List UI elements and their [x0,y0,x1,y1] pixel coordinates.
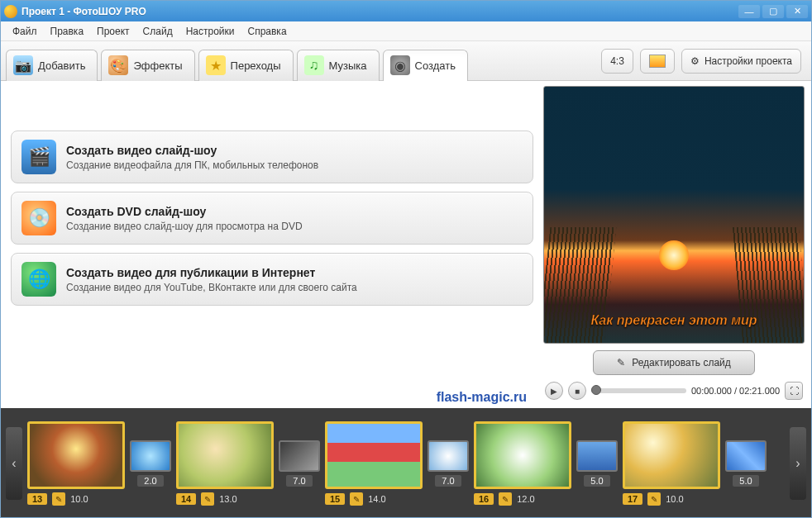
video-icon: 🎬 [21,140,56,174]
tab-effects-label: Эффекты [133,59,182,72]
palette-icon: 🎨 [108,55,128,75]
pencil-icon: ✎ [617,357,625,368]
preview-canvas[interactable]: Как прекрасен этот мир [543,86,805,344]
slide-duration: 14.0 [368,494,385,504]
card-create-dvd[interactable]: 💿 Создать DVD слайд-шоу Создание видео с… [11,192,533,245]
swatch-icon [649,55,666,68]
minimize-button[interactable]: — [738,5,760,18]
card-create-web[interactable]: 🌐 Создать видео для публикации в Интерне… [11,253,533,306]
transition-3: 7.0 [427,440,469,487]
globe-icon: 🌐 [21,262,56,297]
transition-duration: 7.0 [286,475,312,487]
tab-create-label: Создать [415,59,456,72]
transition-thumb[interactable] [279,440,320,472]
tab-effects[interactable]: 🎨Эффекты [101,50,194,81]
pencil-icon[interactable]: ✎ [647,492,661,506]
edit-slide-button[interactable]: ✎ Редактировать слайд [593,350,755,375]
timeline-prev[interactable]: ‹ [6,427,22,500]
slide-thumb[interactable] [623,421,720,489]
menubar: Файл Правка Проект Слайд Настройки Справ… [1,21,811,41]
transition-4: 5.0 [576,440,618,487]
watermark: flash-magic.ru [437,390,527,405]
titlebar: Проект 1 - ФотоШОУ PRO — ▢ ✕ [1,1,811,21]
menu-project[interactable]: Проект [92,23,135,40]
menu-file[interactable]: Файл [7,23,42,40]
reel-icon: ◉ [390,55,410,75]
pencil-icon[interactable]: ✎ [499,492,512,506]
transition-thumb[interactable] [576,440,618,472]
card-web-title: Создать видео для публикации в Интернет [66,266,357,279]
stop-button[interactable]: ■ [568,382,586,400]
slide-number: 15 [325,493,345,505]
tab-add[interactable]: 📷Добавить [6,50,98,81]
tab-create[interactable]: ◉Создать [383,50,468,81]
transition-2: 7.0 [279,440,320,487]
slide-duration: 10.0 [666,494,683,504]
menu-settings[interactable]: Настройки [181,23,240,40]
tab-transitions[interactable]: ★Переходы [198,50,294,81]
menu-edit[interactable]: Правка [45,23,89,40]
time-display: 00:00.000 / 02:21.000 [691,386,780,396]
transition-duration: 7.0 [435,475,461,487]
app-icon [4,5,17,18]
slide-thumb[interactable] [176,421,274,489]
card-dvd-title: Создать DVD слайд-шоу [66,205,303,218]
create-panel: 🎬 Создать видео слайд-шоу Создание видео… [1,81,543,408]
card-video-desc: Создание видеофайла для ПК, мобильных те… [66,159,318,171]
star-icon: ★ [206,55,226,75]
card-web-desc: Создание видео для YouTube, ВКонтакте ил… [66,282,357,293]
menu-help[interactable]: Справка [242,23,291,40]
card-video-title: Создать видео слайд-шоу [66,144,318,157]
transition-thumb[interactable] [130,440,171,472]
disc-icon: 💿 [21,201,56,235]
tab-transitions-label: Переходы [231,59,281,72]
maximize-button[interactable]: ▢ [762,5,784,18]
transition-thumb[interactable] [725,440,767,472]
sun-graphic [659,240,689,270]
transition-1: 2.0 [130,440,171,487]
slide-number: 13 [27,493,47,505]
seek-knob[interactable] [591,385,601,395]
slide-number: 16 [474,493,494,505]
transition-duration: 2.0 [137,475,163,487]
timeline: ‹ 13✎10.0 2.0 14✎13.0 7.0 15✎14.0 7.0 16… [1,408,811,518]
slide-13: 13✎10.0 [27,421,125,506]
slide-thumb[interactable] [27,421,125,489]
play-button[interactable]: ▶ [545,382,563,400]
slide-duration: 13.0 [219,494,236,504]
slide-15: 15✎14.0 [325,421,423,506]
transition-thumb[interactable] [427,440,469,472]
edit-slide-label: Редактировать слайд [632,357,731,368]
timeline-strip: 13✎10.0 2.0 14✎13.0 7.0 15✎14.0 7.0 16✎1… [27,421,785,506]
timeline-next[interactable]: › [790,427,806,500]
slide-duration: 12.0 [517,494,534,504]
close-button[interactable]: ✕ [786,5,808,18]
card-create-video[interactable]: 🎬 Создать видео слайд-шоу Создание видео… [11,131,533,183]
window-title: Проект 1 - ФотоШОУ PRO [21,6,736,17]
slide-duration: 10.0 [70,494,88,504]
slide-thumb[interactable] [474,421,571,489]
slide-number: 14 [176,493,196,505]
tab-music[interactable]: ♫Музыка [297,50,380,81]
menu-slide[interactable]: Слайд [138,23,178,40]
slide-thumb[interactable] [325,421,423,489]
slide-17: 17✎10.0 [623,421,720,506]
background-button[interactable] [640,49,675,74]
seek-track[interactable] [591,388,686,393]
project-settings-label: Настройки проекта [705,55,792,67]
transition-duration: 5.0 [733,475,758,487]
fullscreen-button[interactable]: ⛶ [785,382,803,400]
aspect-ratio-button[interactable]: 4:3 [601,49,633,74]
pencil-icon[interactable]: ✎ [350,492,363,506]
pencil-icon[interactable]: ✎ [201,492,214,506]
music-icon: ♫ [304,55,324,75]
project-settings-button[interactable]: ⚙Настройки проекта [681,49,801,74]
slide-14: 14✎13.0 [176,421,274,506]
preview-caption: Как прекрасен этот мир [544,313,804,328]
slide-16: 16✎12.0 [474,421,571,506]
pencil-icon[interactable]: ✎ [52,492,65,506]
camera-icon: 📷 [13,55,33,75]
transition-duration: 5.0 [584,475,609,487]
transition-5: 5.0 [725,440,767,487]
card-dvd-desc: Создание видео слайд-шоу для просмотра н… [66,221,303,232]
